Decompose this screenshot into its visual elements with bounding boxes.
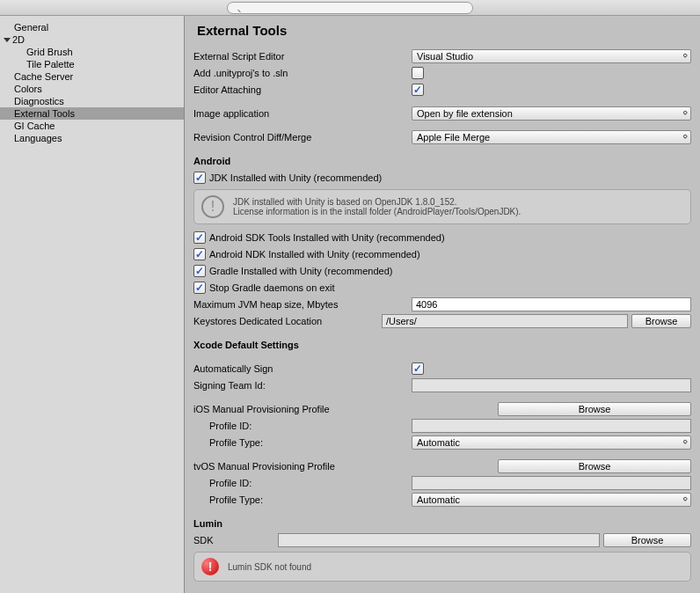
rev-control-dropdown[interactable]: Apple File Merge — [412, 130, 691, 144]
lumin-sdk-input[interactable] — [278, 533, 600, 547]
sidebar-item-label: 2D — [12, 34, 25, 45]
sidebar-item-colors[interactable]: Colors — [0, 83, 184, 95]
xcode-header: Xcode Default Settings — [193, 340, 691, 350]
sidebar-item-languages[interactable]: Languages — [0, 132, 184, 144]
toolbar — [0, 0, 700, 16]
sidebar-item-gi-cache[interactable]: GI Cache — [0, 120, 184, 132]
lumin-browse-button[interactable]: Browse — [603, 533, 691, 547]
ndk-checkbox[interactable] — [193, 248, 206, 260]
tvos-prov-header: tvOS Manual Provisioning Profile — [193, 461, 498, 472]
rev-control-label: Revision Control Diff/Merge — [193, 132, 412, 143]
sidebar-item-tile-palette[interactable]: Tile Palette — [0, 58, 184, 70]
jdk-info-box: ! JDK installed with Unity is based on O… — [193, 189, 691, 224]
keystore-label: Keystores Dedicated Location — [193, 316, 382, 326]
ios-prov-header: iOS Manual Provisioning Profile — [193, 404, 498, 414]
image-app-label: Image application — [193, 108, 412, 119]
tvos-browse-button[interactable]: Browse — [498, 459, 691, 473]
tvos-profile-type-dropdown[interactable]: Automatic — [412, 493, 691, 507]
stop-gradle-checkbox[interactable] — [193, 282, 206, 294]
jdk-checkbox[interactable] — [193, 172, 206, 184]
team-id-input[interactable] — [412, 378, 691, 392]
tvos-profile-type-label: Profile Type: — [193, 494, 412, 505]
script-editor-label: External Script Editor — [193, 51, 412, 62]
sidebar-item-2d[interactable]: 2D — [0, 33, 184, 46]
add-unityproj-checkbox[interactable] — [412, 67, 424, 79]
script-editor-dropdown[interactable]: Visual Studio — [412, 49, 691, 63]
gradle-label: Gradle Installed with Unity (recommended… — [209, 266, 392, 276]
heap-input[interactable] — [412, 297, 691, 311]
editor-attaching-label: Editor Attaching — [193, 84, 412, 95]
sdk-label: Android SDK Tools Installed with Unity (… — [209, 232, 445, 243]
foldout-icon — [4, 38, 11, 42]
editor-attaching-checkbox[interactable] — [412, 84, 424, 96]
tvos-profile-id-label: Profile ID: — [193, 478, 412, 488]
error-icon: ! — [201, 558, 219, 575]
sidebar-item-grid-brush[interactable]: Grid Brush — [0, 46, 184, 58]
jdk-label: JDK Installed with Unity (recommended) — [209, 172, 382, 183]
ios-profile-type-dropdown[interactable]: Automatic — [412, 436, 691, 450]
info-icon: ! — [201, 195, 224, 218]
heap-label: Maximum JVM heap size, Mbytes — [193, 299, 412, 310]
search-icon — [227, 2, 473, 14]
add-unityproj-label: Add .unityproj's to .sln — [193, 68, 412, 78]
lumin-error-text: Lumin SDK not found — [228, 562, 311, 572]
autosign-checkbox[interactable] — [412, 362, 424, 375]
keystore-input[interactable] — [382, 314, 628, 328]
gradle-checkbox[interactable] — [193, 265, 206, 277]
lumin-header: Lumin — [193, 518, 691, 529]
ios-profile-id-input[interactable] — [412, 419, 691, 433]
lumin-error-box: ! Lumin SDK not found — [193, 552, 691, 582]
preferences-content: External Tools External Script Editor Vi… — [185, 16, 700, 593]
ios-browse-button[interactable]: Browse — [498, 402, 691, 416]
page-title: External Tools — [197, 23, 691, 38]
preferences-sidebar: General 2D Grid Brush Tile Palette Cache… — [0, 16, 185, 593]
jdk-info-line2: License information is in the install fo… — [233, 207, 521, 216]
image-app-dropdown[interactable]: Open by file extension — [412, 106, 691, 121]
sidebar-item-diagnostics[interactable]: Diagnostics — [0, 95, 184, 107]
autosign-label: Automatically Sign — [193, 363, 412, 374]
android-header: Android — [193, 156, 691, 166]
sidebar-item-cache-server[interactable]: Cache Server — [0, 70, 184, 83]
lumin-sdk-label: SDK — [193, 535, 278, 545]
search-input[interactable] — [227, 2, 473, 14]
sidebar-item-general[interactable]: General — [0, 21, 184, 33]
ios-profile-type-label: Profile Type: — [193, 437, 412, 448]
sidebar-item-external-tools[interactable]: External Tools — [0, 107, 184, 120]
tvos-profile-id-input[interactable] — [412, 476, 691, 490]
sdk-checkbox[interactable] — [193, 231, 206, 244]
stop-gradle-label: Stop Gradle daemons on exit — [209, 282, 334, 293]
ndk-label: Android NDK Installed with Unity (recomm… — [209, 249, 420, 260]
team-id-label: Signing Team Id: — [193, 380, 412, 391]
keystore-browse-button[interactable]: Browse — [631, 314, 691, 328]
jdk-info-line1: JDK installed with Unity is based on Ope… — [233, 197, 521, 207]
ios-profile-id-label: Profile ID: — [193, 421, 412, 431]
